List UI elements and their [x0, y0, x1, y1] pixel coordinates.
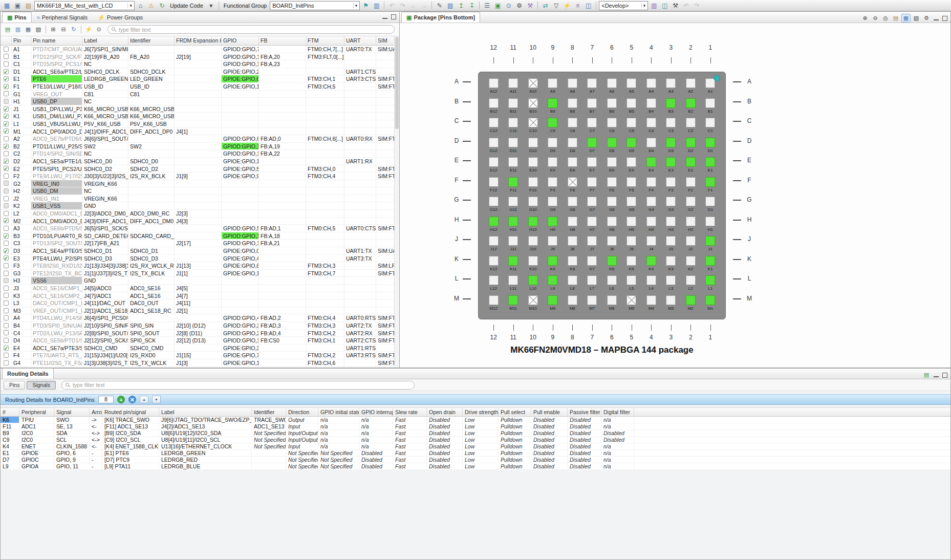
package-pin-J12[interactable]: [489, 236, 499, 246]
new-view-icon[interactable]: ▤: [922, 371, 931, 379]
pin-checkbox[interactable]: [4, 330, 9, 335]
package-pin-H8[interactable]: [568, 217, 577, 226]
redo-icon[interactable]: ↷: [398, 1, 407, 10]
package-pin-D10[interactable]: [528, 138, 538, 147]
stopwatch-icon[interactable]: ⊙: [94, 25, 103, 34]
lightning-icon[interactable]: ⚡: [562, 1, 572, 10]
package-pin-M4[interactable]: [646, 295, 656, 305]
table-row[interactable]: H1USB0_DPNC: [1, 98, 399, 105]
pin-checkbox[interactable]: [4, 241, 9, 246]
package-pin-K2[interactable]: [686, 256, 696, 266]
pin-checkbox[interactable]: [4, 151, 9, 156]
package-pin-H1[interactable]: [705, 217, 715, 226]
pin-checkbox[interactable]: [4, 121, 9, 126]
lightning-icon[interactable]: ⚡: [84, 25, 93, 34]
update-code-icon[interactable]: ↻: [157, 1, 167, 10]
subtab-signals[interactable]: Signals: [27, 381, 55, 390]
pin-checkbox[interactable]: [4, 128, 9, 134]
pin-checkbox[interactable]: [4, 159, 9, 164]
table-row[interactable]: M3VREF_OUT/CMP1_IN5J2[1]/ADC1_SE18_RCADC…: [1, 307, 399, 315]
package-pin-H12[interactable]: [489, 217, 499, 226]
table-row[interactable]: F3PTE8/I2S0_RXD1/I2S0_RX_FSJ1[13]/J34[3]…: [1, 262, 399, 270]
routing-row[interactable]: L9GPIOAGPIO, 11-[L9] PTA11LEDRGB_BLUENot…: [1, 463, 950, 470]
pin-checkbox[interactable]: [4, 360, 9, 365]
gear-icon[interactable]: ⚙: [514, 1, 524, 10]
package-pin-A10[interactable]: [528, 78, 538, 88]
functional-group-select[interactable]: BOARD_InitPins▾: [270, 1, 360, 10]
package-pin-B10[interactable]: [528, 98, 538, 108]
pin-checkbox[interactable]: [4, 69, 9, 74]
package-pin-E4[interactable]: [646, 157, 656, 167]
table-row[interactable]: G1VREG_OUTC81C81: [1, 91, 399, 98]
package-pin-H6[interactable]: [607, 217, 617, 226]
package-pin-G8[interactable]: [568, 197, 577, 206]
package-pin-E12[interactable]: [489, 157, 499, 167]
routing-row[interactable]: B9I2C0SDA<->[B9] I2C0_SDAU8[6]/U19[12]/I…: [1, 430, 950, 437]
package-pin-H4[interactable]: [646, 217, 656, 226]
package-pin-E5[interactable]: [626, 157, 636, 167]
package-pin-F1[interactable]: [705, 177, 715, 187]
package-pin-L12[interactable]: [489, 275, 499, 285]
filter-icon[interactable]: ▽: [551, 1, 561, 10]
package-pin-J4[interactable]: [646, 236, 656, 246]
package-pin-J10[interactable]: [528, 236, 538, 246]
package-pin-K8[interactable]: [568, 256, 577, 266]
table-row[interactable]: H3VSS6GND: [1, 277, 399, 285]
package-pin-E1[interactable]: [705, 157, 715, 167]
project-select[interactable]: MK66F18_Mic_test_with_LCD▾: [34, 1, 135, 10]
package-pin-K7[interactable]: [587, 256, 597, 266]
package-pin-B5[interactable]: [626, 98, 636, 108]
pins-filter[interactable]: [107, 25, 395, 34]
package-pin-H3[interactable]: [666, 217, 676, 226]
package-pin-H10[interactable]: [528, 217, 538, 226]
maximize-icon[interactable]: [941, 372, 948, 378]
package-pin-A5[interactable]: [626, 78, 636, 88]
package-pin-H5[interactable]: [626, 217, 636, 226]
tab-routing-details[interactable]: Routing Details: [2, 368, 54, 379]
pin-checkbox[interactable]: [4, 308, 9, 313]
package-pin-D5[interactable]: [626, 138, 636, 147]
package-pin-M8[interactable]: [568, 295, 577, 305]
import-icon[interactable]: ↧: [467, 1, 477, 10]
package-pin-J7[interactable]: [587, 236, 597, 246]
package-pin-J11[interactable]: [508, 236, 518, 246]
package-pin-G10[interactable]: [528, 197, 538, 206]
package-pin-G2[interactable]: [686, 197, 696, 206]
pin-checkbox[interactable]: [4, 255, 9, 261]
package-pin-F9[interactable]: [548, 177, 557, 187]
package-pin-D11[interactable]: [508, 138, 518, 147]
pin-checkbox[interactable]: [4, 106, 9, 112]
package-pin-C11[interactable]: [508, 118, 518, 127]
warning-icon[interactable]: ⚠: [146, 1, 156, 10]
move-up-button[interactable]: ▲: [140, 396, 148, 403]
pins-table-header[interactable]: PinPin nameLabelIdentifierFRDM Expansion…: [1, 36, 399, 46]
table-row[interactable]: E1PTE6LEDRGB_GREENLED_GREENGPIOE:GPIO,6F…: [1, 75, 399, 83]
package-pin-D6[interactable]: [607, 138, 617, 147]
package-pin-K6[interactable]: [607, 256, 617, 266]
package-pin-E3[interactable]: [666, 157, 676, 167]
package-pin-A2[interactable]: [686, 78, 696, 88]
table-row[interactable]: C2PTD14/SPI2_SIN/SDHC0_D6NCGPIOD:GPIO,14…: [1, 150, 399, 158]
pin-checkbox[interactable]: [4, 174, 9, 179]
pin-checkbox[interactable]: [4, 286, 9, 291]
package-pin-F12[interactable]: [489, 177, 499, 187]
properties-icon[interactable]: ▥: [372, 1, 381, 10]
scrollbar-thumb[interactable]: [395, 37, 399, 129]
export-image-icon[interactable]: ▤: [891, 14, 900, 23]
package-pin-L7[interactable]: [587, 275, 597, 285]
package-pin-E11[interactable]: [508, 157, 518, 167]
pin-checkbox[interactable]: [4, 218, 9, 223]
table-row[interactable]: C3PTD13/SPI2_SOUT/SDHC0_D5J2[17]/FB_A21J…: [1, 240, 399, 247]
table-row[interactable]: F4PTE7/UART3_RTS_b/I2S0_RXD0J1[15]/J34[1…: [1, 352, 399, 359]
package-pin-H7[interactable]: [587, 217, 597, 226]
pin-checkbox[interactable]: [4, 278, 9, 283]
table-row[interactable]: F1PTE10/LLWU_P18/I2C3_SDAUSB_IDUSB_IDGPI…: [1, 83, 399, 91]
pin-checkbox[interactable]: [4, 346, 9, 351]
package-pin-B4[interactable]: [646, 98, 656, 108]
package-pin-D8[interactable]: [568, 138, 577, 147]
develop-select[interactable]: <Develop>▾: [599, 1, 648, 10]
package-pin-D9[interactable]: [548, 138, 557, 147]
package-pin-D7[interactable]: [587, 138, 597, 147]
package-pin-F11[interactable]: [508, 177, 518, 187]
package-pin-F5[interactable]: [626, 177, 636, 187]
